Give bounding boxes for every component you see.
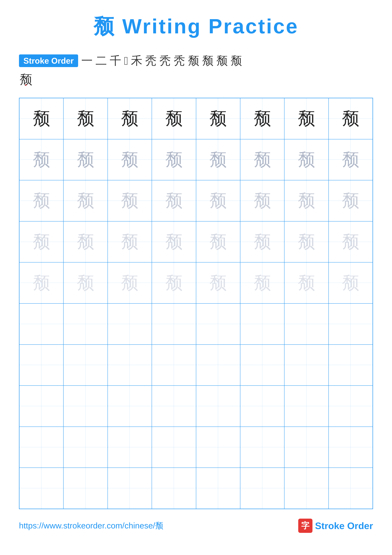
- grid-cell[interactable]: 颓: [284, 180, 328, 221]
- grid-cell[interactable]: [152, 386, 196, 427]
- grid-cell[interactable]: 颓: [19, 221, 64, 263]
- grid-cell[interactable]: [108, 427, 152, 468]
- footer-url[interactable]: https://www.strokeorder.com/chinese/颓: [19, 520, 163, 531]
- practice-char: 颓: [209, 230, 227, 254]
- practice-char: 颓: [165, 271, 183, 295]
- grid-cell[interactable]: [196, 427, 240, 468]
- grid-cell[interactable]: 颓: [152, 221, 196, 263]
- grid-cell[interactable]: 颓: [328, 98, 373, 139]
- grid-cell[interactable]: 颓: [240, 98, 284, 139]
- grid-cell[interactable]: 颓: [108, 139, 152, 180]
- practice-char: 颓: [209, 189, 227, 212]
- footer-logo: 字 Stroke Order: [298, 518, 373, 533]
- grid-cell[interactable]: [152, 345, 196, 386]
- grid-cell[interactable]: 颓: [19, 139, 64, 180]
- grid-cell[interactable]: [196, 386, 240, 427]
- grid-cell[interactable]: [240, 468, 284, 509]
- grid-cell[interactable]: 颓: [152, 98, 196, 139]
- stroke-order-row: Stroke Order 一 二 千 𠃋 禾 秃 秃 秃 颓 颓 颓 颓: [19, 53, 373, 68]
- grid-cell[interactable]: 颓: [240, 180, 284, 221]
- grid-cell[interactable]: 颓: [284, 221, 328, 263]
- grid-cell[interactable]: 颓: [196, 221, 240, 263]
- grid-cell[interactable]: 颓: [240, 221, 284, 263]
- grid-cell[interactable]: [240, 427, 284, 468]
- writing-grid[interactable]: 颓颓颓颓颓颓颓颓颓颓颓颓颓颓颓颓颓颓颓颓颓颓颓颓颓颓颓颓颓颓颓颓颓颓颓颓颓颓颓颓: [19, 98, 373, 509]
- practice-char: 颓: [254, 148, 271, 171]
- grid-cell[interactable]: [108, 345, 152, 386]
- grid-cell[interactable]: 颓: [108, 98, 152, 139]
- grid-cell[interactable]: 颓: [240, 262, 284, 303]
- practice-char: 颓: [77, 271, 94, 295]
- grid-cell[interactable]: 颓: [196, 98, 240, 139]
- grid-cell[interactable]: 颓: [64, 98, 107, 139]
- grid-cell[interactable]: 颓: [240, 139, 284, 180]
- practice-char: 颓: [342, 230, 359, 254]
- practice-char: 颓: [121, 107, 138, 130]
- grid-cell[interactable]: [64, 303, 107, 345]
- grid-cell[interactable]: 颓: [328, 180, 373, 221]
- grid-cell[interactable]: [196, 468, 240, 509]
- grid-cell[interactable]: [152, 427, 196, 468]
- grid-cell[interactable]: [19, 386, 64, 427]
- grid-cell[interactable]: [240, 386, 284, 427]
- grid-cell[interactable]: [108, 386, 152, 427]
- grid-cell[interactable]: [284, 303, 328, 345]
- grid-cell[interactable]: 颓: [19, 98, 64, 139]
- grid-cell[interactable]: 颓: [108, 221, 152, 263]
- grid-cell[interactable]: 颓: [196, 262, 240, 303]
- grid-cell[interactable]: 颓: [64, 262, 107, 303]
- grid-cell[interactable]: [152, 468, 196, 509]
- stroke-char-1: 一: [81, 53, 93, 68]
- grid-cell[interactable]: 颓: [196, 139, 240, 180]
- grid-cell[interactable]: [284, 345, 328, 386]
- practice-char: 颓: [33, 148, 50, 171]
- grid-cell[interactable]: [284, 468, 328, 509]
- grid-cell[interactable]: [19, 303, 64, 345]
- grid-cell[interactable]: [240, 345, 284, 386]
- grid-cell[interactable]: [284, 386, 328, 427]
- grid-cell[interactable]: [108, 303, 152, 345]
- grid-cell[interactable]: [19, 345, 64, 386]
- grid-cell[interactable]: 颓: [196, 180, 240, 221]
- grid-cell[interactable]: 颓: [328, 262, 373, 303]
- grid-cell[interactable]: [328, 468, 373, 509]
- practice-char: 颓: [33, 230, 50, 254]
- grid-cell[interactable]: 颓: [152, 180, 196, 221]
- grid-cell[interactable]: 颓: [108, 262, 152, 303]
- grid-cell[interactable]: 颓: [284, 139, 328, 180]
- grid-cell[interactable]: [284, 427, 328, 468]
- stroke-char-6: 秃: [145, 53, 157, 68]
- practice-char: 颓: [121, 148, 138, 171]
- stroke-char-10: 颓: [202, 53, 214, 68]
- grid-cell[interactable]: [64, 386, 107, 427]
- practice-char: 颓: [165, 148, 183, 171]
- grid-cell[interactable]: 颓: [152, 262, 196, 303]
- grid-cell[interactable]: [328, 427, 373, 468]
- grid-cell[interactable]: 颓: [64, 139, 107, 180]
- grid-cell[interactable]: [152, 303, 196, 345]
- grid-cell[interactable]: [196, 303, 240, 345]
- practice-char: 颓: [254, 271, 271, 295]
- grid-cell[interactable]: 颓: [152, 139, 196, 180]
- grid-cell[interactable]: 颓: [328, 221, 373, 263]
- grid-cell[interactable]: [328, 386, 373, 427]
- practice-char: 颓: [298, 148, 315, 171]
- grid-cell[interactable]: 颓: [328, 139, 373, 180]
- grid-cell[interactable]: 颓: [19, 180, 64, 221]
- grid-cell[interactable]: 颓: [284, 262, 328, 303]
- grid-cell[interactable]: [108, 468, 152, 509]
- grid-cell[interactable]: [328, 303, 373, 345]
- grid-cell[interactable]: [64, 468, 107, 509]
- grid-cell[interactable]: 颓: [64, 221, 107, 263]
- grid-cell[interactable]: 颓: [284, 98, 328, 139]
- grid-cell[interactable]: [19, 468, 64, 509]
- grid-cell[interactable]: 颓: [108, 180, 152, 221]
- grid-cell[interactable]: 颓: [19, 262, 64, 303]
- grid-cell[interactable]: [64, 427, 107, 468]
- grid-cell[interactable]: [240, 303, 284, 345]
- grid-cell[interactable]: [196, 345, 240, 386]
- grid-cell[interactable]: [19, 427, 64, 468]
- grid-cell[interactable]: [328, 345, 373, 386]
- grid-cell[interactable]: 颓: [64, 180, 107, 221]
- grid-cell[interactable]: [64, 345, 107, 386]
